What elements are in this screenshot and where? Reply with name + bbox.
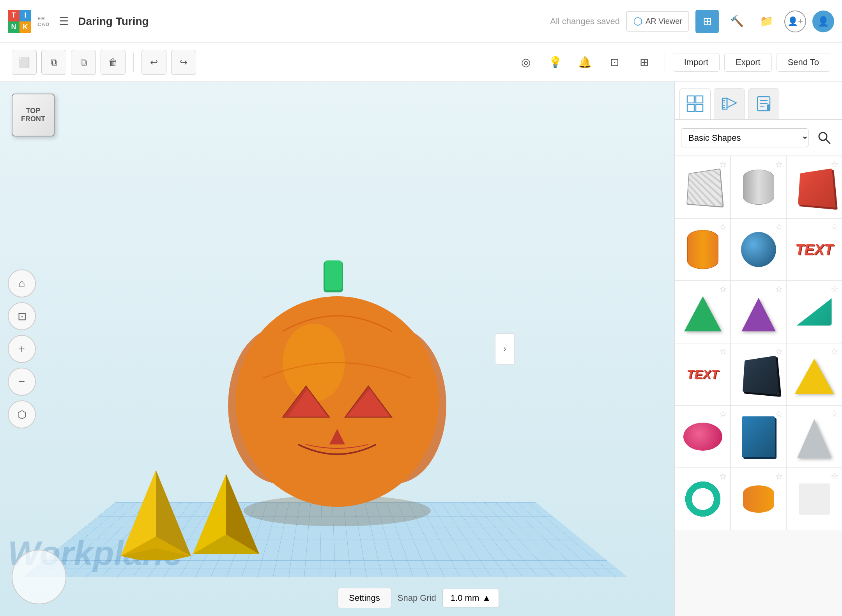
svg-rect-20	[696, 96, 703, 103]
shape-preview	[681, 415, 724, 458]
perspective-button[interactable]: ⬡	[8, 400, 36, 428]
shape-placeholder[interactable]: ☆	[786, 468, 842, 530]
hammer-icon-button[interactable]: 🔨	[725, 10, 748, 33]
favorite-icon[interactable]: ☆	[719, 347, 727, 357]
camera-tool[interactable]: ◎	[513, 50, 538, 75]
3d-viewport[interactable]: TOP FRONT Workplane	[0, 82, 674, 616]
svg-rect-21	[687, 104, 694, 112]
shape-preview	[793, 166, 836, 209]
pyramid-left-object[interactable]	[117, 466, 195, 561]
svg-rect-1	[325, 260, 342, 290]
shape-torus-teal[interactable]: ☆	[675, 468, 731, 530]
light-tool[interactable]: 💡	[543, 50, 568, 75]
search-button[interactable]	[812, 126, 836, 149]
favorite-icon[interactable]: ☆	[831, 159, 838, 170]
align-tool[interactable]: ⊡	[602, 50, 627, 75]
fit-icon: ⊡	[18, 310, 27, 323]
zoom-out-button[interactable]: −	[8, 368, 36, 396]
favorite-icon[interactable]: ☆	[831, 284, 838, 294]
favorite-icon[interactable]: ☆	[831, 347, 838, 357]
user-avatar[interactable]: 👤	[812, 11, 834, 32]
favorite-icon[interactable]: ☆	[775, 409, 783, 419]
favorite-icon[interactable]: ☆	[719, 222, 727, 232]
import-button[interactable]: Import	[673, 53, 720, 72]
svg-marker-28	[727, 98, 736, 108]
main-area: TOP FRONT Workplane	[0, 82, 842, 616]
favorite-icon[interactable]: ☆	[775, 159, 783, 170]
shape-pyramid-yellow[interactable]: ☆	[786, 343, 842, 405]
settings-button[interactable]: Settings	[338, 588, 391, 608]
shape-pyramid-green[interactable]: ☆	[675, 281, 731, 343]
box-navy-shape	[742, 356, 779, 395]
shape-text-3d[interactable]: ☆ TEXT	[786, 218, 842, 281]
ruler-tab-icon	[721, 95, 738, 112]
shape-pyramid-purple[interactable]: ☆	[731, 281, 786, 343]
ar-viewer-button[interactable]: ⬡ AR Viewer	[626, 11, 689, 32]
wedge-teal-shape	[797, 298, 832, 326]
delete-button[interactable]: 🗑	[101, 50, 126, 75]
menu-icon[interactable]: ☰	[59, 15, 69, 28]
mini-compass[interactable]	[12, 550, 66, 604]
favorite-icon[interactable]: ☆	[831, 222, 838, 232]
shape-box-red[interactable]: ☆	[786, 156, 842, 218]
favorite-icon[interactable]: ☆	[775, 471, 783, 481]
new-object-button[interactable]: ⬜	[12, 50, 37, 75]
favorite-icon[interactable]: ☆	[831, 471, 838, 481]
shape-box-striped[interactable]: ☆	[675, 156, 731, 218]
snap-dropdown-icon: ▲	[482, 593, 491, 603]
help-tool[interactable]: 🔔	[573, 50, 598, 75]
box-striped-shape	[686, 168, 724, 207]
add-user-button[interactable]: 👤+	[784, 11, 806, 32]
favorite-icon[interactable]: ☆	[719, 471, 727, 481]
redo-button[interactable]: ↪	[171, 50, 196, 75]
shape-preview	[793, 415, 836, 458]
tab-shapes-grid[interactable]	[679, 88, 711, 119]
shape-sphere-blue[interactable]: ☆	[731, 218, 786, 281]
project-name[interactable]: Daring Turing	[78, 15, 149, 28]
shape-wedge-teal[interactable]: ☆	[786, 281, 842, 343]
favorite-icon[interactable]: ☆	[775, 222, 783, 232]
files-icon-button[interactable]: 📁	[755, 10, 778, 33]
tab-ruler[interactable]	[714, 88, 745, 119]
copy-button[interactable]: ⧉	[41, 50, 66, 75]
shape-cone-gray[interactable]: ☆	[786, 405, 842, 468]
tinkercad-logo[interactable]: T I N K	[8, 10, 31, 33]
view-cube[interactable]: TOP FRONT	[12, 94, 58, 140]
shape-text-label[interactable]: ☆ TEXT	[675, 343, 731, 405]
placeholder-shape	[799, 483, 830, 515]
shape-box-navy[interactable]: ☆	[731, 343, 786, 405]
grid-view-button[interactable]: ⊞	[695, 10, 719, 33]
toolbar: ⬜ ⧉ ⧉ 🗑 ↩ ↪ ◎ 💡 🔔 ⊡ ⊞ Import Export Send…	[0, 43, 842, 82]
shape-cylinder-orange2[interactable]: ☆	[731, 468, 786, 530]
svg-point-5	[236, 296, 439, 507]
duplicate-button[interactable]: ⧉	[71, 50, 96, 75]
ar-cube-icon: ⬡	[633, 15, 642, 28]
top-navigation: T I N K ERCAD ☰ Daring Turing All change…	[0, 0, 842, 43]
favorite-icon[interactable]: ☆	[775, 284, 783, 294]
home-view-button[interactable]: ⌂	[8, 269, 36, 297]
fit-view-button[interactable]: ⊡	[8, 302, 36, 330]
export-button[interactable]: Export	[724, 53, 772, 72]
snap-value-selector[interactable]: 1.0 mm ▲	[442, 589, 499, 607]
undo-button[interactable]: ↩	[142, 50, 166, 75]
mirror-tool[interactable]: ⊞	[632, 50, 657, 75]
shape-box-blue2[interactable]: ☆	[731, 405, 786, 468]
cube-face[interactable]: TOP FRONT	[12, 94, 55, 136]
shape-preview	[737, 290, 780, 333]
collapse-panel-button[interactable]: ›	[495, 333, 515, 365]
shape-preview	[737, 478, 780, 520]
tab-notes[interactable]	[748, 88, 779, 119]
favorite-icon[interactable]: ☆	[775, 347, 783, 357]
cube-top-label: TOP	[26, 107, 41, 115]
shape-ellipsoid-pink[interactable]: ☆	[675, 405, 731, 468]
zoom-in-button[interactable]: +	[8, 335, 36, 363]
logo-i: I	[19, 10, 31, 21]
shape-cylinder-orange[interactable]: ☆	[675, 218, 731, 281]
pyramid-right-object[interactable]	[191, 470, 261, 558]
favorite-icon[interactable]: ☆	[719, 409, 727, 419]
shape-cylinder-gray[interactable]: ☆	[731, 156, 786, 218]
shapes-category-dropdown[interactable]: Basic Shapes	[681, 128, 808, 147]
send-to-button[interactable]: Send To	[777, 53, 830, 72]
favorite-icon[interactable]: ☆	[719, 159, 727, 170]
favorite-icon[interactable]: ☆	[831, 409, 838, 419]
